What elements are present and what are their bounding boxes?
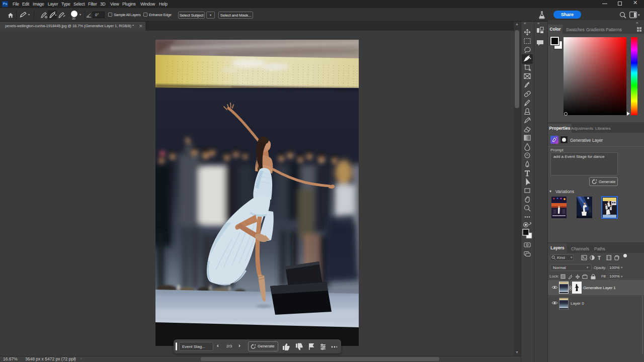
svg-text:T: T <box>598 255 601 261</box>
